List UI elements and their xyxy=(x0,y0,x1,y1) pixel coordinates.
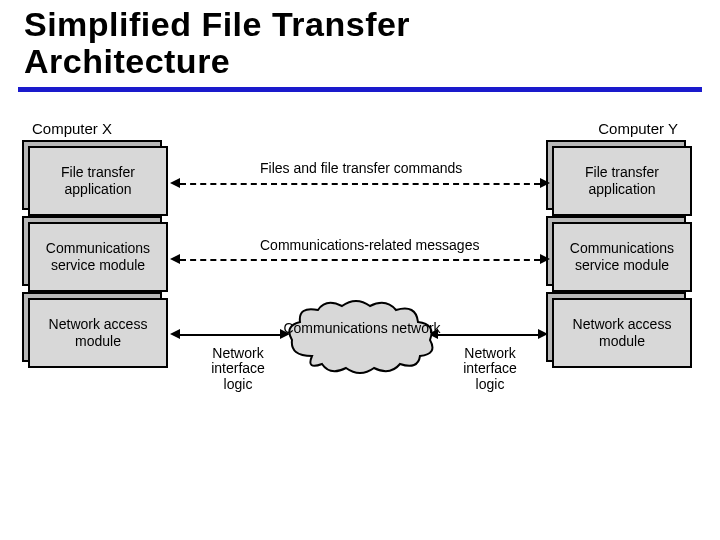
left-solid-line xyxy=(180,334,282,336)
left-layer-1: File transfer application xyxy=(28,146,168,216)
slide-title: Simplified File Transfer Architecture xyxy=(0,0,720,85)
left-network-access-module: Network access module xyxy=(28,298,168,368)
title-line-1: Simplified File Transfer xyxy=(24,6,720,43)
right-layer-3: Network access module xyxy=(552,298,692,368)
right-comm-service-module: Communications service module xyxy=(552,222,692,292)
right-stack: File transfer application Communications… xyxy=(552,146,692,374)
left-solid-arrowhead-left-icon xyxy=(170,329,180,339)
left-comm-service-module: Communications service module xyxy=(28,222,168,292)
right-solid-arrowhead-right-icon xyxy=(538,329,548,339)
computer-x-label: Computer X xyxy=(32,120,112,137)
cloud-label: Communications network xyxy=(282,320,442,336)
right-ni-text: Network interface logic xyxy=(450,346,530,392)
left-stack: File transfer application Communications… xyxy=(28,146,168,374)
mid-link-label: Communications-related messages xyxy=(260,237,479,253)
right-ni-label: Network interface logic xyxy=(450,346,530,392)
left-layer-2: Communications service module xyxy=(28,222,168,292)
left-layer-3: Network access module xyxy=(28,298,168,368)
architecture-diagram: Computer X Computer Y File transfer appl… xyxy=(0,120,720,480)
mid-arrowhead-left-icon xyxy=(170,254,180,264)
top-link-label: Files and file transfer commands xyxy=(260,160,462,176)
computer-y-label: Computer Y xyxy=(598,120,678,137)
left-ni-text: Network interface logic xyxy=(198,346,278,392)
top-dashed-line xyxy=(180,183,540,185)
top-arrowhead-right-icon xyxy=(540,178,550,188)
title-line-2: Architecture xyxy=(24,43,720,80)
right-layer-1: File transfer application xyxy=(552,146,692,216)
cloud-network-icon: Communications network xyxy=(282,296,442,374)
mid-arrowhead-right-icon xyxy=(540,254,550,264)
right-layer-2: Communications service module xyxy=(552,222,692,292)
title-underline xyxy=(18,87,702,92)
right-file-transfer-app: File transfer application xyxy=(552,146,692,216)
mid-dashed-line xyxy=(180,259,540,261)
top-arrowhead-left-icon xyxy=(170,178,180,188)
left-ni-label: Network interface logic xyxy=(198,346,278,392)
right-solid-line xyxy=(438,334,540,336)
right-network-access-module: Network access module xyxy=(552,298,692,368)
left-file-transfer-app: File transfer application xyxy=(28,146,168,216)
